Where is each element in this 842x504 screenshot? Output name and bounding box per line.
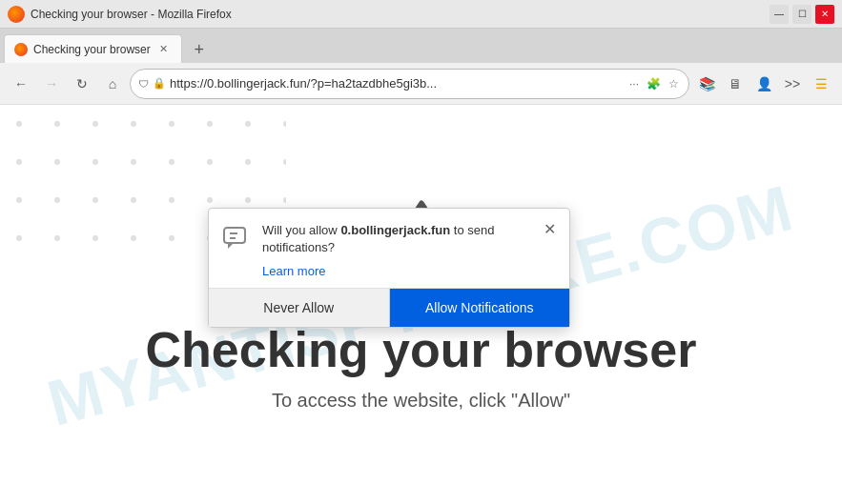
close-button[interactable]: ✕ bbox=[815, 5, 834, 24]
browser-tab[interactable]: Checking your browser ✕ bbox=[4, 34, 182, 63]
firefox-icon bbox=[8, 6, 25, 23]
popup-header: Will you allow 0.bollingerjack.fun to se… bbox=[209, 209, 569, 264]
lock-icon: 🔒 bbox=[153, 77, 166, 90]
reload-button[interactable]: ↻ bbox=[69, 71, 95, 97]
popup-actions: Never Allow Allow Notifications bbox=[209, 288, 569, 327]
firefox-account-button[interactable]: 👤 bbox=[750, 71, 777, 97]
home-button[interactable]: ⌂ bbox=[99, 71, 126, 97]
security-icon: 🛡 bbox=[138, 78, 149, 90]
page-subtext: To access the website, click "Allow" bbox=[272, 390, 570, 412]
address-input[interactable] bbox=[170, 76, 624, 91]
forward-button[interactable]: → bbox=[38, 71, 65, 97]
allow-notifications-button[interactable]: Allow Notifications bbox=[390, 289, 570, 327]
main-content: MYANTISPYWARE.COM Click the "Allow" butt… bbox=[0, 105, 842, 504]
more-options-button[interactable]: ··· bbox=[627, 75, 641, 92]
library-button[interactable]: 📚 bbox=[693, 71, 720, 97]
never-allow-button[interactable]: Never Allow bbox=[209, 289, 390, 327]
title-bar-title: Checking your browser - Mozilla Firefox bbox=[31, 8, 232, 21]
maximize-button[interactable]: ☐ bbox=[792, 5, 811, 24]
nav-bar: ← → ↻ ⌂ 🛡 🔒 ··· 🧩 ☆ 📚 🖥 👤 >> ☰ bbox=[0, 63, 842, 105]
learn-more-link[interactable]: Learn more bbox=[209, 264, 569, 288]
chat-bubble-icon bbox=[222, 224, 253, 254]
popup-text: Will you allow 0.bollingerjack.fun to se… bbox=[262, 222, 534, 256]
page-heading: Checking your browser bbox=[146, 321, 697, 378]
tab-close-button[interactable]: ✕ bbox=[156, 42, 172, 57]
title-bar-left: Checking your browser - Mozilla Firefox bbox=[8, 6, 232, 23]
tab-label: Checking your browser bbox=[33, 43, 151, 56]
address-bar-container: 🛡 🔒 ··· 🧩 ☆ bbox=[130, 69, 689, 99]
address-bar-icons: ··· 🧩 ☆ bbox=[627, 75, 681, 92]
back-button[interactable]: ← bbox=[8, 71, 34, 97]
popup-close-button[interactable]: ✕ bbox=[544, 222, 556, 237]
more-tools-button[interactable]: >> bbox=[779, 71, 806, 97]
popup-question: Will you allow bbox=[262, 223, 338, 237]
minimize-button[interactable]: — bbox=[770, 5, 789, 24]
popup-domain: 0.bollingerjack.fun bbox=[340, 223, 450, 237]
extensions-button[interactable]: 🧩 bbox=[645, 75, 663, 92]
tab-favicon bbox=[14, 43, 28, 56]
new-tab-button[interactable]: + bbox=[186, 36, 213, 63]
title-bar: Checking your browser - Mozilla Firefox … bbox=[0, 0, 842, 29]
menu-button[interactable]: ☰ bbox=[808, 71, 834, 97]
svg-rect-3 bbox=[224, 228, 245, 243]
nav-right-icons: 📚 🖥 👤 >> ☰ bbox=[693, 71, 834, 97]
tab-bar: Checking your browser ✕ + bbox=[0, 29, 842, 63]
notification-popup: Will you allow 0.bollingerjack.fun to se… bbox=[208, 208, 570, 328]
synced-tabs-button[interactable]: 🖥 bbox=[722, 71, 749, 97]
title-bar-controls: — ☐ ✕ bbox=[770, 5, 834, 24]
bookmark-button[interactable]: ☆ bbox=[667, 75, 681, 92]
